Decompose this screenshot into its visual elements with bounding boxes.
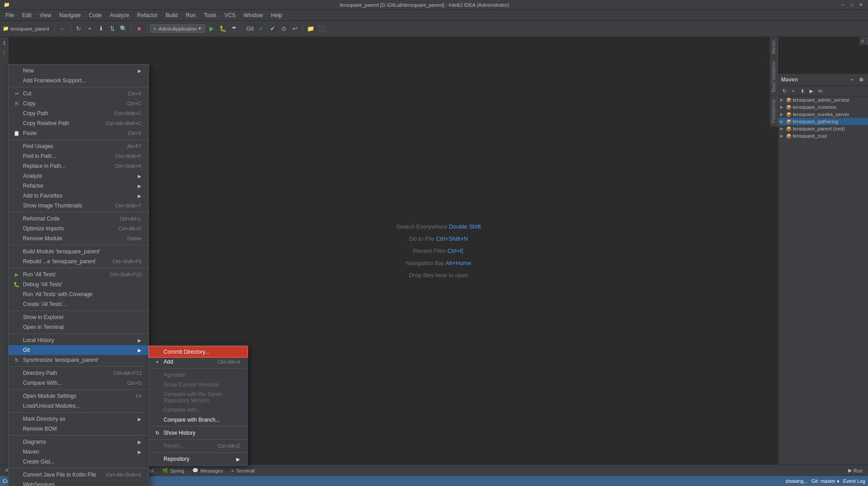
maximize-button[interactable]: □ <box>848 1 855 9</box>
ctx-refactor[interactable]: Refactor ▶ <box>9 181 149 191</box>
maven-refresh[interactable]: ↻ <box>780 87 788 95</box>
ctx-git[interactable]: Git ▶ Commit Directory... + Add Ctrl+Alt… <box>9 345 149 355</box>
menu-analyze[interactable]: Analyze <box>106 11 133 19</box>
maven-tree-admin[interactable]: ▶ 📦 tensquare_admin_service <box>778 96 868 104</box>
git-button[interactable]: Git <box>245 24 255 34</box>
ctx-replace-path[interactable]: Replace in Path... Ctrl+Shift+R <box>9 161 149 171</box>
menu-build[interactable]: Build <box>162 11 181 19</box>
ctx-add-favorites[interactable]: Add to Favorites ▶ <box>9 191 149 201</box>
maven-tree-zuul[interactable]: ▶ 📦 tensquare_zuul <box>778 132 868 140</box>
ctx-diagrams[interactable]: Diagrams ▶ <box>9 437 149 447</box>
ctx-copy-relative-path[interactable]: Copy Relative Path Ctrl+Alt+Shift+C <box>9 118 149 128</box>
ctx-rebuild[interactable]: Rebuild ...e 'tensquare_parent' Ctrl+Shi… <box>9 256 149 266</box>
back-button[interactable]: ← <box>58 24 68 34</box>
ctx-commit-directory[interactable]: Commit Directory... <box>149 347 247 357</box>
side-tab-bean-validation[interactable]: Bean Validation <box>770 58 778 96</box>
menu-edit[interactable]: Edit <box>18 11 35 19</box>
ctx-reformat[interactable]: Reformat Code Ctrl+Alt+L <box>9 214 149 224</box>
side-tab-maven[interactable]: Maven <box>770 37 778 58</box>
ctx-git-add[interactable]: + Add Ctrl+Alt+A <box>149 357 247 367</box>
sync-button[interactable]: ⇅ <box>107 24 117 34</box>
vcs-update-button[interactable]: ✔ <box>267 24 277 34</box>
maven-minimize[interactable]: − <box>848 76 856 84</box>
menu-run[interactable]: Run <box>182 11 199 19</box>
debug-button[interactable]: 🐛 <box>218 24 228 34</box>
minimize-button[interactable]: ─ <box>839 1 846 9</box>
close-button[interactable]: ✕ <box>857 1 864 9</box>
ctx-synchronize[interactable]: ↻ Synchronize 'tensquare_parent' <box>9 355 149 365</box>
activity-project[interactable]: 1 <box>0 39 9 47</box>
settings-button[interactable]: ⬇ <box>96 24 106 34</box>
ctx-find-path[interactable]: Find in Path... Ctrl+Shift+F <box>9 151 149 161</box>
maven-run[interactable]: ▶ <box>807 87 815 95</box>
ctx-create-all-tests[interactable]: Create 'All Tests'... <box>9 299 149 309</box>
ctx-show-explorer[interactable]: Show in Explorer <box>9 312 149 322</box>
menu-window[interactable]: Window <box>240 11 267 19</box>
ctx-open-terminal[interactable]: Open in Terminal <box>9 322 149 332</box>
revert-button[interactable]: ↩ <box>290 24 300 34</box>
menu-help[interactable]: Help <box>267 11 286 19</box>
ctx-local-history[interactable]: Local History ▶ <box>9 335 149 345</box>
maven-tree-gathering[interactable]: ▶ 📦 tensquare_gathering <box>778 118 868 125</box>
search-button[interactable]: 🔍 <box>118 24 128 34</box>
ctx-run-all-tests[interactable]: ▶ Run 'All Tests' Ctrl+Shift+F10 <box>9 270 149 279</box>
side-tab-persistence[interactable]: Persistence <box>770 96 778 126</box>
menu-navigate[interactable]: Navigate <box>56 11 84 19</box>
ctx-remove-module[interactable]: Remove Module Delete <box>9 234 149 243</box>
ctx-compare-branch[interactable]: Compare with Branch... <box>149 415 247 425</box>
ctx-analyze[interactable]: Analyze ▶ <box>9 171 149 181</box>
ctx-copy[interactable]: ⎘ Copy Ctrl+C <box>9 99 149 108</box>
menu-tools[interactable]: Tools <box>200 11 220 19</box>
maven-settings[interactable]: ⚙ <box>857 76 865 84</box>
ctx-run-coverage[interactable]: Run 'All Tests' with Coverage <box>9 289 149 299</box>
ctx-webservices[interactable]: WebServices <box>9 480 149 486</box>
maven-tree-common[interactable]: ▶ 📦 tensquare_common <box>778 104 868 111</box>
tab-messages[interactable]: 💬 Messages <box>189 467 226 474</box>
maven-skip-tests[interactable]: m <box>816 87 824 95</box>
menu-code[interactable]: Code <box>85 11 105 19</box>
ctx-optimize-imports[interactable]: Optimize Imports Ctrl+Alt+O <box>9 224 149 234</box>
git-branch[interactable]: Git: master ♦ <box>811 478 839 484</box>
run-button[interactable]: ▶ <box>207 24 217 34</box>
ctx-cut[interactable]: ✂ Cut Ctrl+X <box>9 89 149 99</box>
tab-spring[interactable]: 🌿 Spring <box>158 467 188 474</box>
ctx-mark-directory[interactable]: Mark Directory as ▶ <box>9 414 149 424</box>
maven-tree-eureka[interactable]: ▶ 📦 tensquare_eureka_server <box>778 111 868 118</box>
ctx-module-settings[interactable]: Open Module Settings F4 <box>9 391 149 401</box>
activity-structure[interactable]: 2 <box>0 49 9 57</box>
ctx-remove-bom[interactable]: Remove BOM <box>9 424 149 434</box>
ctx-create-gist[interactable]: Create Gist... <box>9 457 149 467</box>
ctx-show-history[interactable]: ↻ Show History <box>149 428 247 438</box>
maven-download[interactable]: ⬇ <box>798 87 806 95</box>
ctx-paste[interactable]: 📋 Paste Ctrl+V <box>9 128 149 138</box>
ctx-directory-path[interactable]: Directory Path Ctrl+Alt+F12 <box>9 368 149 378</box>
file-manager-button[interactable]: 📁 <box>306 24 316 34</box>
ctx-new[interactable]: New ▶ <box>9 66 149 76</box>
ctx-image-thumbnails[interactable]: Show Image Thumbnails Ctrl+Shift+T <box>9 201 149 211</box>
ctx-add-framework[interactable]: Add Framework Support... <box>9 76 149 86</box>
side-tab-right-1[interactable]: ⚙ <box>859 37 868 45</box>
tab-terminal[interactable]: > Terminal <box>227 467 258 474</box>
run-config-selector[interactable]: ▸ AdminApplication ▾ <box>150 24 205 33</box>
ctx-debug-all-tests[interactable]: 🐛 Debug 'All Tests' <box>9 279 149 289</box>
ctx-find-usages[interactable]: Find Usages Alt+F7 <box>9 141 149 151</box>
window-controls[interactable]: ─ □ ✕ <box>839 1 864 9</box>
menu-view[interactable]: View <box>36 11 55 19</box>
ctx-compare-with[interactable]: Compare With... Ctrl+D <box>9 378 149 388</box>
check-button[interactable]: ✓ <box>256 24 266 34</box>
ctx-copy-path[interactable]: Copy Path Ctrl+Shift+C <box>9 108 149 118</box>
ctx-load-unload[interactable]: Load/Unload Modules... <box>9 401 149 411</box>
maven-tree-parent[interactable]: ▶ 📦 tensquare_parent (root) <box>778 125 868 132</box>
menu-file[interactable]: File <box>2 11 18 19</box>
event-log[interactable]: Event Log <box>843 478 865 484</box>
refresh-button[interactable]: ↻ <box>73 24 83 34</box>
stop-button[interactable]: ■ <box>134 24 144 34</box>
ctx-maven[interactable]: Maven ▶ <box>9 447 149 457</box>
run-tab[interactable]: ▶ Run <box>845 467 866 474</box>
ctx-convert-kotlin[interactable]: Convert Java File to Kotlin File Ctrl+Al… <box>9 470 149 480</box>
add-button[interactable]: + <box>85 24 95 34</box>
vcs-button2[interactable]: ⊙ <box>279 24 289 34</box>
coverage-button[interactable]: ☂ <box>229 24 239 34</box>
maven-add[interactable]: + <box>789 87 797 95</box>
terminal-button[interactable]: ⬛ <box>317 24 327 34</box>
